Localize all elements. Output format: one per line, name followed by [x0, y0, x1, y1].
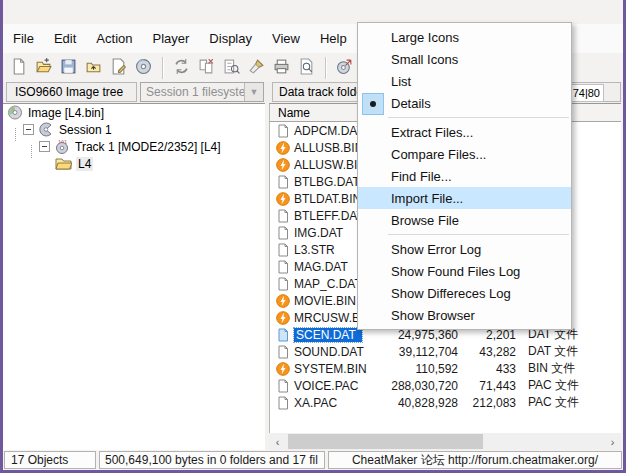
menu-item-label: List [391, 74, 411, 89]
compare-files-icon [198, 58, 215, 78]
open-image-button[interactable] [31, 56, 56, 80]
document-file-icon [276, 345, 290, 359]
file-type: BIN 文件 [528, 360, 575, 377]
menu-item-label: Compare Files... [391, 147, 486, 162]
scroll-right-arrow-icon[interactable]: › [604, 433, 621, 450]
toolbar-group [3, 56, 159, 80]
track-cd-icon: 101 [54, 139, 71, 154]
menu-item-list[interactable]: List [358, 70, 571, 92]
scrollbar-thumb[interactable] [288, 434, 483, 449]
iso-image-tree: Image [L4.bin]Session 1101Track 1 [MODE2… [3, 103, 265, 450]
file-name: MAP_C.DAT [294, 277, 362, 291]
menu-item-show-differeces-log[interactable]: Show Differeces Log [358, 282, 571, 304]
menubar-item-action[interactable]: Action [86, 31, 142, 46]
file-row[interactable]: VOICE.PAC288,030,72071,443PAC 文件 [270, 377, 621, 394]
horizontal-scrollbar[interactable]: ‹ › [269, 433, 621, 450]
file-sectors: 71,443 [466, 379, 516, 393]
file-name: MOVIE.BIN [294, 294, 356, 308]
tree-item-label: Image [L4.bin] [28, 106, 104, 120]
file-name: BTLEFF.DAT [294, 209, 364, 223]
write-cd-button[interactable] [131, 56, 156, 80]
radio-selected-icon [362, 93, 384, 115]
find-file-button[interactable] [219, 56, 244, 80]
status-objects: 17 Objects [4, 451, 96, 469]
print-icon [273, 58, 290, 78]
tree-item-label: Session 1 [59, 123, 112, 137]
menubar-item-edit[interactable]: Edit [44, 31, 86, 46]
chevron-down-icon[interactable]: ▼ [244, 83, 263, 101]
file-size: 39,112,704 [340, 345, 458, 359]
session-combo-value: Session 1 filesystem [141, 85, 244, 99]
new-image-button[interactable] [6, 56, 31, 80]
file-name: MAG.DAT [294, 260, 348, 274]
document-file-icon [276, 379, 290, 393]
menu-item-browse-file[interactable]: Browse File [358, 209, 571, 231]
file-row[interactable]: XA.PAC40,828,928212,083PAC 文件 [270, 394, 621, 411]
session-filesystem-combobox[interactable]: Session 1 filesystem ▼ [140, 82, 264, 102]
cleanup-button[interactable] [244, 56, 269, 80]
tree-item-image-l4-bin-[interactable]: Image [L4.bin] [3, 104, 265, 121]
status-site-link: CheatMaker 论坛 http://forum.cheatmaker.or… [328, 451, 622, 469]
menu-item-extract-files-[interactable]: Extract Files... [358, 121, 571, 143]
menu-item-label: Extract Files... [391, 125, 473, 140]
refresh-button[interactable] [169, 56, 194, 80]
menu-item-show-error-log[interactable]: Show Error Log [358, 238, 571, 260]
status-summary: 500,649,100 bytes in 0 folders and 17 fi… [99, 451, 325, 469]
menu-item-compare-files-[interactable]: Compare Files... [358, 143, 571, 165]
menu-item-large-icons[interactable]: Large Icons [358, 26, 571, 48]
document-file-icon [276, 243, 290, 257]
menu-item-label: Large Icons [391, 30, 459, 45]
name-column-header[interactable]: Name [270, 106, 310, 120]
menu-item-label: Details [391, 96, 431, 111]
file-name: BTLDAT.BIN [294, 192, 361, 206]
menu-item-label: Small Icons [391, 52, 458, 67]
folder-icon [55, 156, 72, 171]
file-size: 110,592 [340, 362, 458, 376]
scroll-left-arrow-icon[interactable]: ‹ [269, 433, 286, 450]
file-row[interactable]: SOUND.DAT39,112,70443,282DAT 文件 [270, 343, 621, 360]
menu-separator [388, 117, 569, 118]
save-image-button[interactable] [56, 56, 81, 80]
menubar-item-file[interactable]: File [3, 31, 44, 46]
menu-item-label: Show Differeces Log [391, 286, 511, 301]
document-file-icon [276, 124, 290, 138]
tree-item-session-1[interactable]: Session 1 [3, 121, 265, 138]
properties-button[interactable] [106, 56, 131, 80]
file-size: 288,030,720 [340, 379, 458, 393]
bin-file-icon [276, 362, 290, 376]
menu-item-find-file-[interactable]: Find File... [358, 165, 571, 187]
toolbar-separator [325, 57, 326, 79]
file-row[interactable]: SYSTEM.BIN110,592433BIN 文件 [270, 360, 621, 377]
menu-item-label: Show Error Log [391, 242, 481, 257]
menu-item-details[interactable]: Details [358, 92, 571, 114]
session-cd-icon [38, 122, 55, 137]
up-level-button[interactable] [81, 56, 106, 80]
tree-item-l4[interactable]: L4 [3, 155, 265, 172]
file-type: PAC 文件 [528, 377, 579, 394]
extract-cd-icon [336, 58, 353, 78]
menu-item-small-icons[interactable]: Small Icons [358, 48, 571, 70]
file-name: BTLBG.DAT [294, 175, 360, 189]
tree-collapse-icon[interactable] [39, 141, 50, 152]
properties-icon [110, 58, 127, 78]
menubar-item-display[interactable]: Display [199, 31, 262, 46]
print-button[interactable] [269, 56, 294, 80]
preview-button[interactable] [294, 56, 319, 80]
bin-file-icon [276, 141, 290, 155]
menu-item-import-file-[interactable]: Import File... [358, 187, 571, 209]
menubar-item-player[interactable]: Player [143, 31, 200, 46]
bin-file-icon [276, 311, 290, 325]
tree-item-track-1-mode2-2352-l4-[interactable]: 101Track 1 [MODE2/2352] [L4] [3, 138, 265, 155]
extract-cd-button[interactable] [332, 56, 357, 80]
menubar-item-help[interactable]: Help [310, 31, 357, 46]
context-menu: Large IconsSmall IconsListDetailsExtract… [357, 22, 572, 330]
file-size: 40,828,928 [340, 396, 458, 410]
preview-icon [298, 58, 315, 78]
tree-item-label: L4 [76, 157, 93, 171]
tree-panel-title: ISO9660 Image tree [6, 82, 137, 102]
compare-files-button[interactable] [194, 56, 219, 80]
menu-item-show-found-files-log[interactable]: Show Found Files Log [358, 260, 571, 282]
tree-collapse-icon[interactable] [23, 124, 34, 135]
menu-item-show-browser[interactable]: Show Browser [358, 304, 571, 326]
menubar-item-view[interactable]: View [262, 31, 310, 46]
